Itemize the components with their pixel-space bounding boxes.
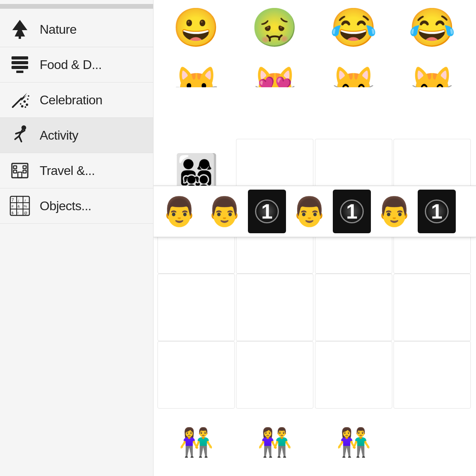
sidebar: Nature Food & D... [0,0,154,476]
svg-text:!: ! [17,211,19,215]
tooltip-emoji-3[interactable]: 👨 [288,190,331,233]
emoji-cell[interactable]: 😺 [157,52,235,87]
celebration-label: Celebration [40,93,102,107]
svg-text:♪: ♪ [24,198,26,202]
svg-rect-17 [13,166,17,169]
svg-rect-2 [12,56,28,60]
top-bar [0,4,153,9]
svg-line-6 [13,98,21,107]
emoji-cell[interactable]: 😸 [315,52,392,87]
food-label: Food & D... [40,58,102,72]
objects-label: Objects... [40,199,91,213]
emoji-cell[interactable]: 😀 [157,4,235,52]
svg-point-11 [25,106,26,108]
badge-number: 1 [425,200,449,223]
celebration-icon [10,90,30,110]
badge-number: 1 [255,200,279,223]
svg-point-12 [20,103,21,105]
svg-point-13 [28,95,29,97]
food-icon [10,54,30,75]
svg-point-7 [23,100,26,103]
emoji-cell-empty[interactable] [236,341,313,409]
emoji-cell-empty[interactable] [315,274,392,341]
svg-point-8 [26,104,28,106]
emoji-cell-empty[interactable] [157,341,235,409]
travel-label: Travel &... [40,163,95,178]
emoji-cell[interactable]: 😂 [393,4,471,52]
tooltip-badge-3[interactable]: 1 [418,190,456,233]
svg-text:7: 7 [12,198,14,202]
emoji-cell[interactable]: 👫 [315,409,392,476]
nature-label: Nature [40,22,77,37]
emoji-cell-empty[interactable] [315,341,392,409]
emoji-cell[interactable]: 🤢 [236,4,313,52]
emoji-cell-empty[interactable] [393,274,471,341]
emoji-cell-empty[interactable] [393,341,471,409]
tooltip-strip: 👨 👨 1 👨 1 👨 1 [154,186,476,237]
svg-point-9 [21,105,23,107]
nature-icon [10,19,30,40]
main-content: 😀 🤢 😂 😂 😺 😻 😸 😽 😾 😿 🙀 🦶 👤 👥 👦 👧 👨 👨 1 👨 … [154,0,476,476]
svg-text:$: $ [12,211,13,215]
svg-text:♩: ♩ [17,198,19,202]
sidebar-item-activity[interactable]: Activity [0,118,153,153]
activity-label: Activity [40,128,78,143]
tooltip-emoji-2[interactable]: 👨 [203,190,246,233]
sidebar-item-objects[interactable]: 7 ♩ ♪ # & % $ ! @ Objects... [0,188,153,224]
svg-rect-3 [12,61,28,64]
sidebar-item-food[interactable]: Food & D... [0,47,153,83]
emoji-cell[interactable]: 😂 [315,4,392,52]
tooltip-emoji-4[interactable]: 👨 [372,190,416,233]
svg-text:#: # [12,204,13,208]
svg-rect-1 [19,36,21,39]
svg-rect-5 [16,71,23,73]
tooltip-badge-1[interactable]: 1 [248,190,286,233]
svg-marker-0 [12,20,27,36]
emoji-cell[interactable]: 😽 [393,52,471,87]
tooltip-badge-2[interactable]: 1 [333,190,371,233]
svg-text:%: % [24,204,27,208]
svg-text:&: & [17,204,20,208]
svg-rect-16 [18,172,22,178]
svg-rect-4 [12,66,28,69]
svg-point-10 [27,98,29,100]
travel-icon [10,160,30,181]
emoji-cell[interactable] [393,409,471,476]
svg-rect-18 [23,166,26,169]
activity-icon [10,125,30,146]
sidebar-item-travel[interactable]: Travel &... [0,153,153,188]
emoji-cell[interactable]: 😻 [236,52,313,87]
svg-text:@: @ [24,211,27,215]
emoji-cell[interactable]: 👫 [236,409,313,476]
svg-rect-19 [13,170,17,173]
emoji-cell-empty[interactable] [157,274,235,341]
emoji-cell-empty[interactable] [236,274,313,341]
svg-rect-20 [23,170,26,173]
emoji-cell[interactable]: 👫 [157,409,235,476]
sidebar-item-celebration[interactable]: Celebration [0,83,153,118]
badge-number: 1 [340,200,364,223]
objects-icon: 7 ♩ ♪ # & % $ ! @ [10,196,30,216]
emoji-grid: 😀 🤢 😂 😂 😺 😻 😸 😽 😾 😿 🙀 🦶 👤 👥 👦 👧 [154,0,476,87]
tooltip-emoji-1[interactable]: 👨 [157,190,201,233]
sidebar-item-nature[interactable]: Nature [0,12,153,47]
